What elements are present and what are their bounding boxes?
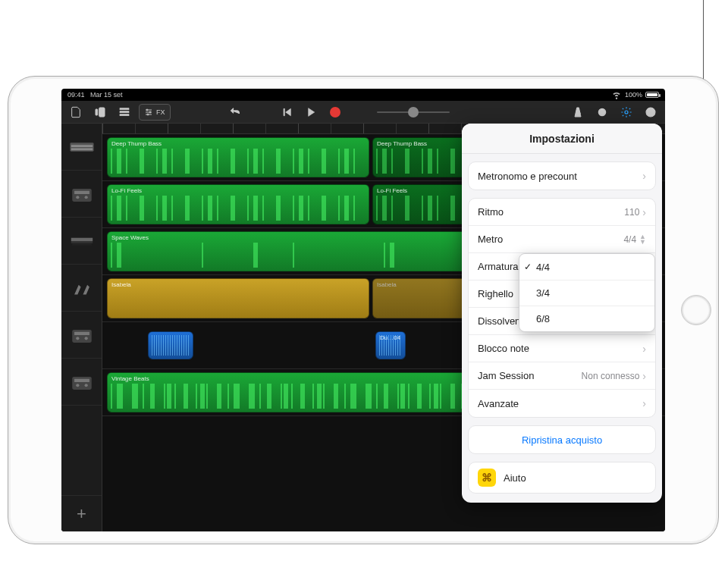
add-track-button[interactable]: + [61,495,102,531]
settings-row-metro[interactable]: Metro 4/4 ▲▼ [469,226,655,253]
track-header-5[interactable] [61,312,102,359]
metro-option-68[interactable]: 6/8 [519,306,654,331]
row-label: Ripristina acquisto [478,434,646,446]
track-clip[interactable]: Deep Thump Bass [107,137,369,177]
row-label: Ritmo [478,206,504,218]
settings-group-restore: Ripristina acquisto [468,425,656,454]
svg-point-17 [84,196,87,199]
settings-button[interactable] [617,104,636,121]
row-value: 110› [624,206,646,218]
clip-label: Space Waves [111,234,149,241]
svg-rect-12 [71,145,92,147]
svg-rect-3 [120,111,129,112]
clip-label: Vintage Beats [111,375,149,382]
chevron-right-icon: › [642,170,646,182]
home-button[interactable] [681,295,711,325]
svg-rect-21 [72,329,92,342]
popover-title: Impostazioni [462,124,662,154]
track-header-4[interactable] [61,265,102,312]
clip-label: Isabela [377,281,397,288]
row-value: 4/4 ▲▼ [623,234,646,245]
svg-rect-22 [74,331,89,334]
svg-rect-20 [72,243,92,245]
metro-dropdown-menu: 4/4 3/4 6/8 [519,253,655,332]
clip-label: Deep Thump Bass [111,140,162,147]
metro-option-34[interactable]: 3/4 [519,280,654,306]
chevron-right-icon: › [642,343,646,355]
ipad-screen: 09:41 Mar 15 set 100% FX [61,89,665,531]
browser-button[interactable] [90,104,110,121]
wifi-icon [611,89,622,100]
svg-rect-2 [120,108,129,109]
settings-row-tempo[interactable]: Ritmo 110› [469,199,655,226]
help-button-row[interactable]: ⌘ Aiuto [468,462,656,494]
battery-percent: 100% [625,91,642,99]
help-button[interactable] [641,104,661,121]
my-songs-button[interactable] [66,104,86,121]
toolbar: FX [61,101,665,124]
row-label: Metro [478,234,503,245]
master-volume-slider[interactable] [377,107,450,118]
settings-row-key[interactable]: Armatura 4/4 3/4 6/8 [469,253,655,281]
status-bar: 09:41 Mar 15 set 100% [61,89,665,101]
settings-row-metronome[interactable]: Metronomo e precount › [469,162,655,190]
track-clip[interactable]: Isabela [107,278,369,318]
svg-point-24 [84,337,87,340]
track-header-6[interactable] [61,359,102,406]
fx-controls-button[interactable]: FX [139,104,171,121]
clip-label: Isabela [111,281,131,288]
svg-rect-15 [74,190,89,193]
metronome-button[interactable] [568,104,588,121]
row-label: Blocco note [478,343,529,354]
clip-label: Lo-Fi Feels [377,187,407,194]
svg-point-16 [76,196,79,199]
settings-group-metronome: Metronomo e precount › [468,161,656,190]
row-label: Metronomo e precount [478,171,577,182]
svg-rect-0 [96,109,98,115]
track-header-1[interactable] [61,124,102,171]
svg-rect-1 [99,108,105,117]
row-label: Righello [478,288,513,299]
settings-row-advanced[interactable]: Avanzate › [469,390,655,417]
svg-point-6 [149,111,151,113]
track-header-2[interactable] [61,171,102,218]
metro-option-44[interactable]: 4/4 [519,254,654,280]
svg-rect-26 [74,378,89,381]
svg-point-28 [84,384,87,387]
svg-rect-25 [72,376,92,389]
svg-point-9 [625,111,628,114]
clip-label: Lo-Fi Feels [111,187,142,194]
track-clip[interactable] [148,331,193,359]
ipad-device-frame: 09:41 Mar 15 set 100% FX [8,76,719,544]
record-button[interactable] [325,104,345,121]
tracks-view-button[interactable] [115,104,134,121]
svg-point-23 [76,337,79,340]
play-button[interactable] [301,104,321,121]
row-label: Aiuto [504,472,526,484]
svg-point-7 [147,114,149,115]
chevron-right-icon: › [642,397,646,409]
undo-button[interactable] [225,104,245,121]
svg-rect-13 [71,148,92,150]
svg-rect-4 [120,114,129,115]
go-to-start-button[interactable] [277,104,297,121]
svg-rect-14 [72,188,92,201]
track-clip[interactable]: Lo-Fi Feels [107,184,369,224]
chevron-right-icon: › [642,206,646,218]
loop-button[interactable] [592,104,612,121]
track-headers-column: + [61,124,102,531]
chevron-right-icon: › [642,370,646,382]
track-header-3[interactable] [61,218,102,265]
svg-point-27 [76,384,79,387]
settings-row-jamsession[interactable]: Jam Session Non connesso› [469,362,655,390]
settings-row-notepad[interactable]: Blocco note › [469,335,655,362]
settings-popover: Impostazioni Metronomo e precount › Ritm… [462,124,662,503]
restore-purchase-button[interactable]: Ripristina acquisto [469,426,655,453]
status-date: Mar 15 set [90,91,123,99]
svg-point-5 [146,109,148,111]
status-right: 100% [611,89,659,100]
battery-icon [645,92,659,98]
updown-icon: ▲▼ [639,234,646,245]
track-clip[interactable]: Du…04 [375,331,406,359]
row-label: Jam Session [478,370,534,381]
